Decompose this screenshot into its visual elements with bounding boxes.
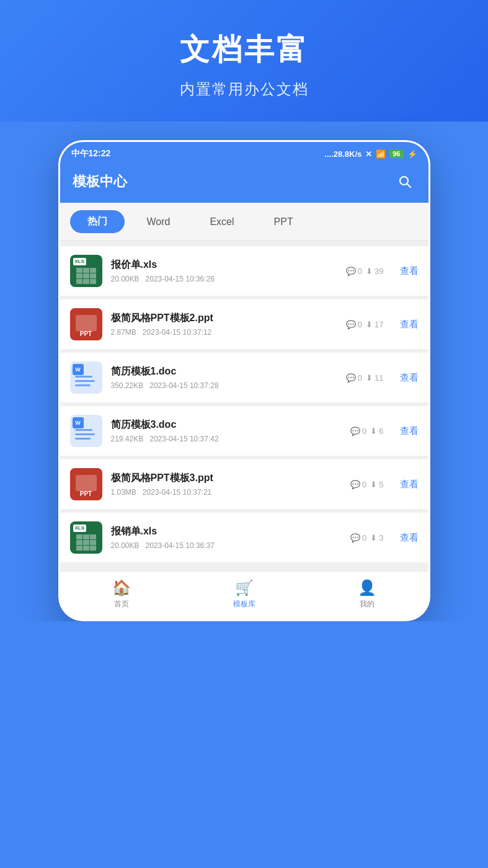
file-stats: 💬 0 ⬇ 6: [350, 427, 383, 436]
download-count: 11: [375, 373, 383, 383]
download-count: 5: [379, 480, 383, 489]
comment-count: 0: [358, 373, 362, 383]
file-info: 简历模板1.doc 350.22KB 2023-04-15 10:37:28: [111, 365, 337, 390]
file-icon-doc: W: [70, 415, 102, 447]
file-icon-ppt: PPT: [70, 308, 102, 340]
charging-icon: ⚡: [407, 149, 417, 159]
file-icon-xls: XLS: [70, 255, 102, 287]
battery-icon: 96: [389, 149, 403, 158]
view-button[interactable]: 查看: [393, 532, 419, 544]
search-button[interactable]: [394, 170, 416, 193]
comment-count: 0: [362, 533, 366, 542]
list-item[interactable]: XLS 报价单.xls 20.00KB 2023-04-15 10:36:26: [60, 246, 428, 296]
download-count: 17: [375, 320, 383, 329]
nav-home[interactable]: 🏠 首页: [97, 579, 146, 609]
download-icon: ⬇: [366, 373, 373, 383]
comment-stat: 💬 0: [346, 267, 362, 276]
view-button[interactable]: 查看: [393, 479, 419, 490]
file-meta: 2.87MB 2023-04-15 10:37:12: [111, 328, 337, 337]
file-icon-ppt: PPT: [70, 468, 102, 500]
file-stats: 💬 0 ⬇ 5: [350, 480, 383, 489]
app-header: 模板中心: [60, 164, 428, 203]
file-info: 极简风格PPT模板3.ppt 1.03MB 2023-04-15 10:37:2…: [111, 472, 342, 497]
view-button[interactable]: 查看: [393, 319, 419, 330]
comment-count: 0: [358, 320, 362, 329]
nav-template[interactable]: 🛒 模板库: [220, 579, 269, 609]
comment-icon: 💬: [350, 480, 360, 489]
comment-icon: 💬: [350, 533, 360, 542]
tab-excel[interactable]: Excel: [192, 210, 251, 233]
file-meta: 219.42KB 2023-04-15 10:37:42: [111, 435, 342, 443]
file-info: 报价单.xls 20.00KB 2023-04-15 10:36:26: [111, 259, 337, 283]
tab-ppt[interactable]: PPT: [257, 210, 311, 233]
file-date: 2023-04-15 10:36:37: [146, 541, 215, 550]
word-badge: W: [73, 364, 84, 375]
file-icon-doc: W: [70, 361, 102, 394]
file-date: 2023-04-15 10:37:42: [149, 435, 218, 443]
file-meta: 20.00KB 2023-04-15 10:36:37: [111, 541, 342, 550]
download-stat: ⬇ 17: [366, 320, 383, 329]
status-bar: 中午12:22 ....28.8K/s ✕ 📶 96 ⚡: [60, 142, 428, 164]
template-icon: 🛒: [235, 579, 254, 596]
network-speed: ....28.8K/s: [324, 149, 362, 159]
comment-count: 0: [362, 480, 366, 489]
mine-icon: 👤: [358, 579, 376, 596]
comment-icon: 💬: [350, 427, 360, 436]
file-size: 219.42KB: [111, 435, 144, 443]
download-icon: ⬇: [370, 480, 377, 489]
file-meta: 20.00KB 2023-04-15 10:36:26: [111, 275, 337, 283]
file-stats: 💬 0 ⬇ 11: [346, 373, 384, 383]
list-item[interactable]: XLS 报销单.xls 20.00KB 2023-04-15 10:36:37: [60, 513, 428, 562]
comment-icon: 💬: [346, 267, 356, 276]
download-stat: ⬇ 3: [370, 533, 383, 542]
comment-count: 0: [358, 267, 362, 276]
nav-mine-label: 我的: [360, 599, 375, 609]
main-title: 文档丰富: [180, 30, 309, 69]
download-count: 39: [375, 267, 383, 276]
signal-icon: ✕: [365, 149, 372, 159]
view-button[interactable]: 查看: [393, 372, 419, 384]
app-header-title: 模板中心: [73, 172, 127, 191]
file-name: 报价单.xls: [111, 259, 337, 272]
comment-stat: 💬 0: [350, 533, 366, 542]
list-item[interactable]: PPT 极简风格PPT模板3.ppt 1.03MB 2023-04-15 10:…: [60, 459, 428, 509]
file-meta: 1.03MB 2023-04-15 10:37:21: [111, 488, 342, 497]
bottom-nav: 🏠 首页 🛒 模板库 👤 我的: [60, 571, 428, 619]
file-size: 20.00KB: [111, 275, 140, 283]
bottom-background: [0, 621, 488, 868]
nav-mine[interactable]: 👤 我的: [342, 579, 392, 609]
list-item[interactable]: PPT 极简风格PPT模板2.ppt 2.87MB 2023-04-15 10:…: [60, 299, 428, 349]
file-stats: 💬 0 ⬇ 17: [346, 320, 384, 329]
file-size: 1.03MB: [111, 488, 136, 497]
download-icon: ⬇: [370, 533, 377, 542]
list-item[interactable]: W 简历模板1.doc 350.22KB 2023-04-15 10:37:28: [60, 353, 428, 402]
tab-word[interactable]: Word: [130, 210, 188, 233]
file-size: 2.87MB: [111, 328, 136, 337]
download-stat: ⬇ 11: [366, 373, 383, 383]
download-count: 3: [379, 533, 383, 542]
phone-frame: 中午12:22 ....28.8K/s ✕ 📶 96 ⚡ 模板中心 热门 Wor…: [58, 140, 430, 621]
comment-stat: 💬 0: [350, 427, 366, 436]
wifi-icon: 📶: [376, 149, 386, 159]
file-size: 20.00KB: [111, 541, 140, 550]
list-item[interactable]: W 简历模板3.doc 219.42KB 2023-04-15 10:37:42: [60, 406, 428, 456]
nav-template-label: 模板库: [233, 599, 255, 609]
view-button[interactable]: 查看: [393, 265, 419, 277]
file-name: 简历模板3.doc: [111, 418, 342, 432]
download-stat: ⬇ 5: [370, 480, 383, 489]
tab-hot[interactable]: 热门: [70, 210, 125, 233]
file-name: 极简风格PPT模板3.ppt: [111, 472, 342, 485]
file-meta: 350.22KB 2023-04-15 10:37:28: [111, 381, 337, 390]
download-icon: ⬇: [370, 427, 377, 436]
file-date: 2023-04-15 10:37:21: [143, 488, 211, 497]
download-icon: ⬇: [366, 267, 373, 276]
file-info: 简历模板3.doc 219.42KB 2023-04-15 10:37:42: [111, 418, 342, 443]
status-right: ....28.8K/s ✕ 📶 96 ⚡: [324, 149, 417, 159]
file-date: 2023-04-15 10:37:28: [149, 381, 218, 390]
file-size: 350.22KB: [111, 381, 144, 390]
view-button[interactable]: 查看: [393, 425, 419, 437]
file-list: XLS 报价单.xls 20.00KB 2023-04-15 10:36:26: [60, 241, 428, 571]
sub-title: 内置常用办公文档: [180, 79, 309, 99]
file-name: 极简风格PPT模板2.ppt: [111, 312, 337, 325]
file-date: 2023-04-15 10:36:26: [146, 275, 215, 283]
